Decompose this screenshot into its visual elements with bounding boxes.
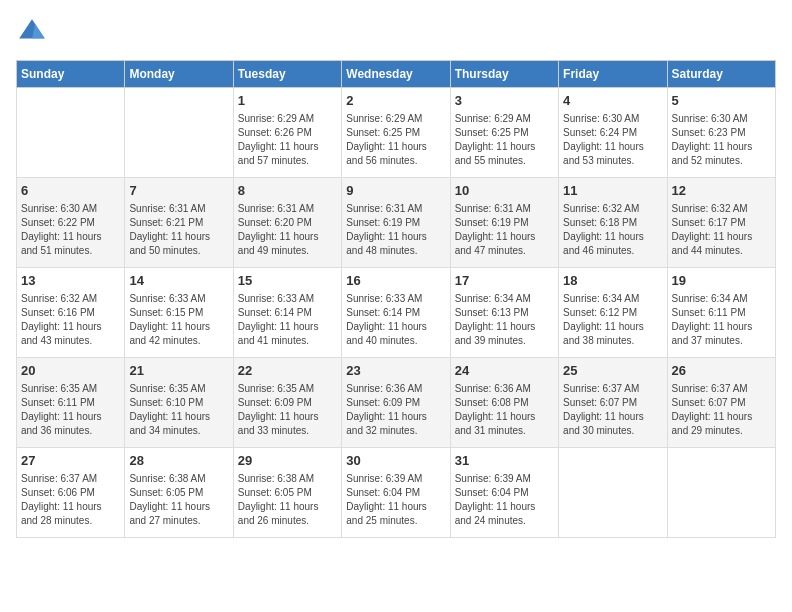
column-header-tuesday: Tuesday bbox=[233, 61, 341, 88]
day-number: 29 bbox=[238, 452, 337, 470]
day-cell: 13Sunrise: 6:32 AMSunset: 6:16 PMDayligh… bbox=[17, 268, 125, 358]
day-info: Sunrise: 6:34 AMSunset: 6:12 PMDaylight:… bbox=[563, 292, 662, 348]
day-cell: 24Sunrise: 6:36 AMSunset: 6:08 PMDayligh… bbox=[450, 358, 558, 448]
day-info: Sunrise: 6:31 AMSunset: 6:19 PMDaylight:… bbox=[455, 202, 554, 258]
column-header-thursday: Thursday bbox=[450, 61, 558, 88]
day-number: 30 bbox=[346, 452, 445, 470]
day-info: Sunrise: 6:29 AMSunset: 6:26 PMDaylight:… bbox=[238, 112, 337, 168]
week-row-3: 13Sunrise: 6:32 AMSunset: 6:16 PMDayligh… bbox=[17, 268, 776, 358]
day-number: 9 bbox=[346, 182, 445, 200]
day-info: Sunrise: 6:36 AMSunset: 6:09 PMDaylight:… bbox=[346, 382, 445, 438]
day-number: 11 bbox=[563, 182, 662, 200]
day-cell bbox=[667, 448, 775, 538]
column-header-monday: Monday bbox=[125, 61, 233, 88]
day-number: 22 bbox=[238, 362, 337, 380]
day-info: Sunrise: 6:37 AMSunset: 6:07 PMDaylight:… bbox=[563, 382, 662, 438]
column-header-saturday: Saturday bbox=[667, 61, 775, 88]
day-info: Sunrise: 6:31 AMSunset: 6:19 PMDaylight:… bbox=[346, 202, 445, 258]
day-cell: 3Sunrise: 6:29 AMSunset: 6:25 PMDaylight… bbox=[450, 88, 558, 178]
day-cell: 30Sunrise: 6:39 AMSunset: 6:04 PMDayligh… bbox=[342, 448, 450, 538]
day-number: 14 bbox=[129, 272, 228, 290]
day-number: 27 bbox=[21, 452, 120, 470]
day-info: Sunrise: 6:39 AMSunset: 6:04 PMDaylight:… bbox=[455, 472, 554, 528]
day-info: Sunrise: 6:32 AMSunset: 6:16 PMDaylight:… bbox=[21, 292, 120, 348]
day-cell bbox=[559, 448, 667, 538]
day-number: 31 bbox=[455, 452, 554, 470]
calendar-table: SundayMondayTuesdayWednesdayThursdayFrid… bbox=[16, 60, 776, 538]
day-number: 2 bbox=[346, 92, 445, 110]
day-cell: 12Sunrise: 6:32 AMSunset: 6:17 PMDayligh… bbox=[667, 178, 775, 268]
day-cell: 28Sunrise: 6:38 AMSunset: 6:05 PMDayligh… bbox=[125, 448, 233, 538]
day-info: Sunrise: 6:39 AMSunset: 6:04 PMDaylight:… bbox=[346, 472, 445, 528]
day-number: 15 bbox=[238, 272, 337, 290]
day-number: 6 bbox=[21, 182, 120, 200]
day-cell bbox=[125, 88, 233, 178]
day-cell: 21Sunrise: 6:35 AMSunset: 6:10 PMDayligh… bbox=[125, 358, 233, 448]
day-cell: 22Sunrise: 6:35 AMSunset: 6:09 PMDayligh… bbox=[233, 358, 341, 448]
day-cell: 17Sunrise: 6:34 AMSunset: 6:13 PMDayligh… bbox=[450, 268, 558, 358]
day-info: Sunrise: 6:37 AMSunset: 6:07 PMDaylight:… bbox=[672, 382, 771, 438]
day-number: 1 bbox=[238, 92, 337, 110]
day-cell: 16Sunrise: 6:33 AMSunset: 6:14 PMDayligh… bbox=[342, 268, 450, 358]
day-info: Sunrise: 6:35 AMSunset: 6:11 PMDaylight:… bbox=[21, 382, 120, 438]
day-cell: 27Sunrise: 6:37 AMSunset: 6:06 PMDayligh… bbox=[17, 448, 125, 538]
day-number: 19 bbox=[672, 272, 771, 290]
day-cell: 18Sunrise: 6:34 AMSunset: 6:12 PMDayligh… bbox=[559, 268, 667, 358]
day-cell: 19Sunrise: 6:34 AMSunset: 6:11 PMDayligh… bbox=[667, 268, 775, 358]
day-info: Sunrise: 6:31 AMSunset: 6:20 PMDaylight:… bbox=[238, 202, 337, 258]
week-row-1: 1Sunrise: 6:29 AMSunset: 6:26 PMDaylight… bbox=[17, 88, 776, 178]
day-info: Sunrise: 6:30 AMSunset: 6:23 PMDaylight:… bbox=[672, 112, 771, 168]
day-cell: 10Sunrise: 6:31 AMSunset: 6:19 PMDayligh… bbox=[450, 178, 558, 268]
day-cell: 29Sunrise: 6:38 AMSunset: 6:05 PMDayligh… bbox=[233, 448, 341, 538]
day-info: Sunrise: 6:38 AMSunset: 6:05 PMDaylight:… bbox=[238, 472, 337, 528]
day-info: Sunrise: 6:34 AMSunset: 6:13 PMDaylight:… bbox=[455, 292, 554, 348]
day-info: Sunrise: 6:34 AMSunset: 6:11 PMDaylight:… bbox=[672, 292, 771, 348]
day-cell: 6Sunrise: 6:30 AMSunset: 6:22 PMDaylight… bbox=[17, 178, 125, 268]
day-info: Sunrise: 6:32 AMSunset: 6:18 PMDaylight:… bbox=[563, 202, 662, 258]
day-cell: 4Sunrise: 6:30 AMSunset: 6:24 PMDaylight… bbox=[559, 88, 667, 178]
day-number: 16 bbox=[346, 272, 445, 290]
day-cell: 26Sunrise: 6:37 AMSunset: 6:07 PMDayligh… bbox=[667, 358, 775, 448]
day-cell: 25Sunrise: 6:37 AMSunset: 6:07 PMDayligh… bbox=[559, 358, 667, 448]
column-header-friday: Friday bbox=[559, 61, 667, 88]
day-cell: 20Sunrise: 6:35 AMSunset: 6:11 PMDayligh… bbox=[17, 358, 125, 448]
day-cell: 11Sunrise: 6:32 AMSunset: 6:18 PMDayligh… bbox=[559, 178, 667, 268]
day-info: Sunrise: 6:38 AMSunset: 6:05 PMDaylight:… bbox=[129, 472, 228, 528]
week-row-2: 6Sunrise: 6:30 AMSunset: 6:22 PMDaylight… bbox=[17, 178, 776, 268]
day-info: Sunrise: 6:29 AMSunset: 6:25 PMDaylight:… bbox=[346, 112, 445, 168]
day-number: 25 bbox=[563, 362, 662, 380]
day-cell: 2Sunrise: 6:29 AMSunset: 6:25 PMDaylight… bbox=[342, 88, 450, 178]
day-number: 12 bbox=[672, 182, 771, 200]
day-info: Sunrise: 6:29 AMSunset: 6:25 PMDaylight:… bbox=[455, 112, 554, 168]
day-cell: 31Sunrise: 6:39 AMSunset: 6:04 PMDayligh… bbox=[450, 448, 558, 538]
day-cell bbox=[17, 88, 125, 178]
day-info: Sunrise: 6:32 AMSunset: 6:17 PMDaylight:… bbox=[672, 202, 771, 258]
day-cell: 9Sunrise: 6:31 AMSunset: 6:19 PMDaylight… bbox=[342, 178, 450, 268]
day-cell: 7Sunrise: 6:31 AMSunset: 6:21 PMDaylight… bbox=[125, 178, 233, 268]
day-info: Sunrise: 6:37 AMSunset: 6:06 PMDaylight:… bbox=[21, 472, 120, 528]
day-info: Sunrise: 6:31 AMSunset: 6:21 PMDaylight:… bbox=[129, 202, 228, 258]
day-cell: 23Sunrise: 6:36 AMSunset: 6:09 PMDayligh… bbox=[342, 358, 450, 448]
day-info: Sunrise: 6:33 AMSunset: 6:14 PMDaylight:… bbox=[238, 292, 337, 348]
logo bbox=[16, 16, 52, 48]
column-header-sunday: Sunday bbox=[17, 61, 125, 88]
day-cell: 8Sunrise: 6:31 AMSunset: 6:20 PMDaylight… bbox=[233, 178, 341, 268]
day-cell: 14Sunrise: 6:33 AMSunset: 6:15 PMDayligh… bbox=[125, 268, 233, 358]
day-number: 13 bbox=[21, 272, 120, 290]
day-info: Sunrise: 6:36 AMSunset: 6:08 PMDaylight:… bbox=[455, 382, 554, 438]
day-number: 5 bbox=[672, 92, 771, 110]
day-number: 28 bbox=[129, 452, 228, 470]
day-cell: 15Sunrise: 6:33 AMSunset: 6:14 PMDayligh… bbox=[233, 268, 341, 358]
day-info: Sunrise: 6:35 AMSunset: 6:09 PMDaylight:… bbox=[238, 382, 337, 438]
day-info: Sunrise: 6:30 AMSunset: 6:22 PMDaylight:… bbox=[21, 202, 120, 258]
page-header bbox=[16, 16, 776, 48]
day-number: 21 bbox=[129, 362, 228, 380]
calendar-header-row: SundayMondayTuesdayWednesdayThursdayFrid… bbox=[17, 61, 776, 88]
day-cell: 5Sunrise: 6:30 AMSunset: 6:23 PMDaylight… bbox=[667, 88, 775, 178]
day-number: 23 bbox=[346, 362, 445, 380]
day-number: 7 bbox=[129, 182, 228, 200]
day-cell: 1Sunrise: 6:29 AMSunset: 6:26 PMDaylight… bbox=[233, 88, 341, 178]
column-header-wednesday: Wednesday bbox=[342, 61, 450, 88]
week-row-4: 20Sunrise: 6:35 AMSunset: 6:11 PMDayligh… bbox=[17, 358, 776, 448]
day-number: 8 bbox=[238, 182, 337, 200]
